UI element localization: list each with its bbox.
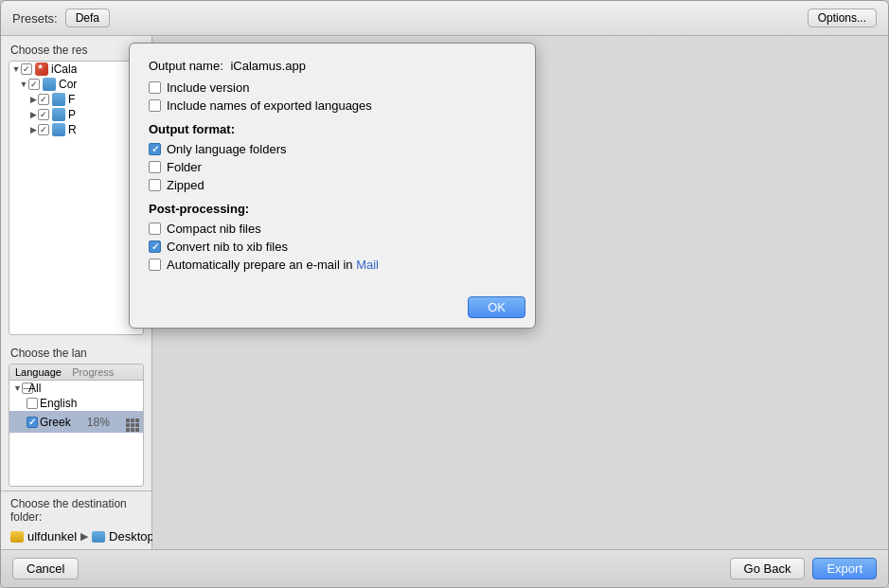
label-r1: R xyxy=(68,123,77,136)
output-name-value: iCalamus.app xyxy=(230,59,306,73)
destination-row: Choose the destination folder: ulfdunkel… xyxy=(1,490,151,549)
checkbox-p1[interactable] xyxy=(38,109,49,120)
dest-path: ulfdunkel ▶ Desktop xyxy=(10,529,154,543)
folder-icon-p1 xyxy=(52,108,65,121)
lang-name-greek: Greek xyxy=(40,416,71,429)
checkbox-english[interactable] xyxy=(27,398,38,409)
include-names-row[interactable]: Include names of exported languages xyxy=(149,98,516,113)
include-version-row[interactable]: Include version xyxy=(149,80,516,95)
label-cor: Cor xyxy=(59,78,77,91)
compact-nib-checkbox[interactable] xyxy=(149,223,161,235)
export-button[interactable]: Export xyxy=(812,558,877,579)
checkbox-icalamus[interactable] xyxy=(21,63,32,75)
dest-folder-icon xyxy=(92,531,105,543)
lang-name-all: All xyxy=(28,382,41,395)
lang-pct-greek: 18% xyxy=(71,416,126,429)
progress-col-header: Progress xyxy=(62,366,125,378)
checkbox-r1[interactable] xyxy=(38,124,49,135)
ok-button[interactable]: OK xyxy=(468,296,525,318)
folder-icon-cor xyxy=(43,78,56,91)
only-lang-folders-label: Only language folders xyxy=(167,142,286,156)
label-f1: F xyxy=(68,93,75,106)
include-names-checkbox[interactable] xyxy=(149,99,161,112)
zipped-label: Zipped xyxy=(167,178,204,192)
lang-row-greek[interactable]: Greek 18% xyxy=(9,411,143,433)
grid-icon-greek[interactable] xyxy=(126,419,139,432)
cancel-button[interactable]: Cancel xyxy=(12,558,79,579)
user-icon xyxy=(10,531,24,543)
zipped-checkbox[interactable] xyxy=(149,179,161,191)
checkbox-greek[interactable] xyxy=(27,417,38,428)
convert-nib-checkbox[interactable] xyxy=(149,241,161,253)
include-names-label: Include names of exported languages xyxy=(167,98,372,113)
tree-item-icalamus[interactable]: ▼ iCala xyxy=(9,62,143,77)
tree-item-cor[interactable]: ▼ Cor xyxy=(9,77,143,92)
language-section-label: Choose the lan xyxy=(1,339,151,364)
top-bar: Presets: Defa Options... xyxy=(1,1,888,36)
folder-icon-r1 xyxy=(52,123,65,136)
tree-item-f1[interactable]: ▶ F xyxy=(9,92,143,107)
popup-ok-row: OK xyxy=(130,291,535,328)
zipped-row[interactable]: Zipped xyxy=(149,178,516,192)
only-lang-folders-checkbox[interactable] xyxy=(149,143,161,155)
dest-label: Choose the destination folder: xyxy=(10,497,154,527)
folder-label: Folder xyxy=(167,160,202,174)
app-icon-icalamus xyxy=(35,62,48,76)
auto-email-checkbox[interactable] xyxy=(149,258,161,271)
folder-icon-f1 xyxy=(52,93,65,106)
arrow-r1[interactable]: ▶ xyxy=(28,125,38,134)
include-version-checkbox[interactable] xyxy=(149,81,161,94)
convert-nib-row[interactable]: Convert nib to xib files xyxy=(149,240,516,254)
folder-checkbox[interactable] xyxy=(149,161,161,173)
auto-email-label: Automatically prepare an e-mail in Mail xyxy=(167,258,379,272)
compact-nib-row[interactable]: Compact nib files xyxy=(149,222,516,236)
auto-email-mail-text: Mail xyxy=(356,258,379,272)
presets-label: Presets: xyxy=(12,11,58,26)
bottom-bar: Cancel Go Back Export xyxy=(1,549,888,587)
output-name-row: Output name: iCalamus.app xyxy=(149,59,516,73)
output-format-title: Output format: xyxy=(149,122,516,136)
arrow-f1[interactable]: ▶ xyxy=(28,95,38,104)
convert-nib-label: Convert nib to xib files xyxy=(167,240,288,254)
language-table[interactable]: Language Progress ▼ — All xyxy=(9,364,144,487)
presets-button[interactable]: Defa xyxy=(65,9,110,27)
only-lang-folders-row[interactable]: Only language folders xyxy=(149,142,516,156)
arrow-p1[interactable]: ▶ xyxy=(28,110,38,119)
dest-arrow: ▶ xyxy=(80,530,88,543)
dest-folder: Desktop xyxy=(109,529,154,543)
arrow-all[interactable]: ▼ xyxy=(13,383,22,393)
tree-item-r1[interactable]: ▶ R xyxy=(9,122,143,137)
resources-tree[interactable]: ▼ iCala ▼ Cor ▶ F xyxy=(9,61,144,335)
popup-content: Output name: iCalamus.app Include versio… xyxy=(130,44,535,291)
auto-email-row[interactable]: Automatically prepare an e-mail in Mail xyxy=(149,258,516,272)
popup-panel: Output name: iCalamus.app Include versio… xyxy=(129,43,536,329)
language-section: Choose the lan Language Progress ▼ — All xyxy=(1,339,151,490)
lang-name-english: English xyxy=(40,397,77,410)
options-button[interactable]: Options... xyxy=(808,9,877,27)
tree-item-p1[interactable]: ▶ P xyxy=(9,107,143,122)
arrow-icalamus[interactable]: ▼ xyxy=(11,64,21,74)
go-back-button[interactable]: Go Back xyxy=(730,558,806,579)
folder-row[interactable]: Folder xyxy=(149,160,516,174)
include-version-label: Include version xyxy=(167,80,249,95)
arrow-cor[interactable]: ▼ xyxy=(19,80,28,89)
bottom-right-buttons: Go Back Export xyxy=(730,558,877,579)
checkbox-cor[interactable] xyxy=(28,79,40,90)
lang-col-header: Language xyxy=(15,366,62,378)
dest-user: ulfdunkel xyxy=(27,529,77,543)
compact-nib-label: Compact nib files xyxy=(167,222,261,236)
label-p1: P xyxy=(68,108,76,121)
action-col-header xyxy=(125,366,137,378)
checkbox-f1[interactable] xyxy=(38,94,49,105)
lang-row-all[interactable]: ▼ — All xyxy=(9,381,143,396)
label-icalamus: iCala xyxy=(51,62,77,76)
output-name-label: Output name: xyxy=(149,59,223,73)
post-processing-title: Post-processing: xyxy=(149,202,516,216)
lang-table-header: Language Progress xyxy=(9,365,143,381)
main-window: Presets: Defa Options... Choose the res … xyxy=(0,0,889,588)
lang-row-english[interactable]: English xyxy=(9,396,143,411)
